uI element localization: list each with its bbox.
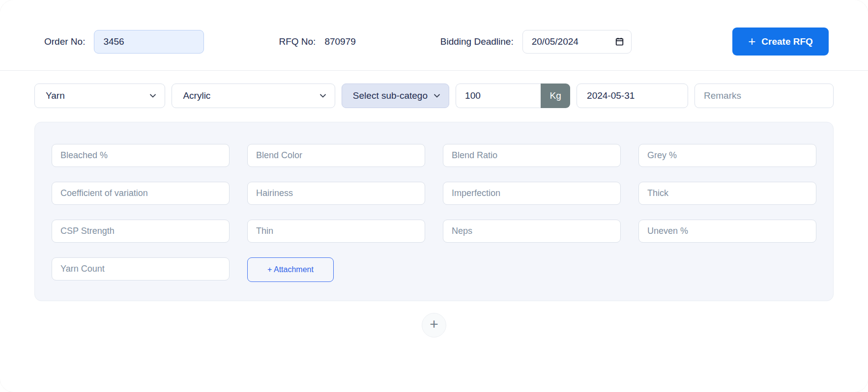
add-row-button[interactable]: +: [422, 313, 446, 337]
spec-input-grey[interactable]: [638, 144, 816, 167]
order-no-input[interactable]: [94, 30, 204, 54]
order-no-group: Order No:: [44, 30, 204, 54]
subcategory-select[interactable]: Select sub-catego: [342, 84, 449, 108]
rfq-no-group: RFQ No: 870979: [279, 36, 355, 47]
quantity-group: Kg: [456, 84, 570, 108]
header-row: Order No: RFQ No: 870979 Bidding Deadlin…: [0, 0, 868, 56]
calendar-icon: [615, 37, 624, 46]
item-date-value: 2024-05-31: [587, 90, 635, 101]
rfq-create-page: Order No: RFQ No: 870979 Bidding Deadlin…: [0, 0, 868, 392]
plus-icon: +: [430, 317, 438, 332]
item-date-input[interactable]: 2024-05-31: [577, 84, 688, 108]
spec-input-hairiness[interactable]: [247, 182, 425, 205]
product-select[interactable]: Acrylic: [172, 84, 335, 108]
bidding-deadline-value: 20/05/2024: [532, 36, 579, 47]
plus-icon: +: [748, 35, 755, 48]
chevron-down-icon: [149, 92, 157, 100]
spec-input-bleached[interactable]: [52, 144, 230, 167]
spec-input-neps[interactable]: [443, 220, 621, 243]
spec-input-csp-strength[interactable]: [52, 220, 230, 243]
spec-input-blend-ratio[interactable]: [443, 144, 621, 167]
spec-input-imperfection[interactable]: [443, 182, 621, 205]
create-rfq-button[interactable]: + Create RFQ: [732, 28, 829, 56]
add-row-wrap: +: [0, 313, 868, 337]
chevron-down-icon: [433, 92, 441, 100]
create-rfq-label: Create RFQ: [761, 36, 813, 47]
spec-input-thick[interactable]: [638, 182, 816, 205]
category-selected-value: Yarn: [46, 90, 65, 101]
spec-input-uneven[interactable]: [638, 220, 816, 243]
rfq-no-value: 870979: [324, 36, 355, 47]
attachment-button[interactable]: + Attachment: [247, 257, 334, 282]
spec-input-blend-color[interactable]: [247, 144, 425, 167]
spec-input-thin[interactable]: [247, 220, 425, 243]
remarks-input[interactable]: [694, 84, 834, 108]
bidding-deadline-label: Bidding Deadline:: [440, 36, 514, 47]
quantity-input[interactable]: [456, 84, 541, 108]
spec-input-coefficient-of-variation[interactable]: [52, 182, 230, 205]
unit-addon: Kg: [541, 84, 570, 108]
rfq-no-label: RFQ No:: [279, 36, 316, 47]
item-row: Yarn Acrylic Select sub-catego Kg 2024-0…: [0, 71, 868, 108]
chevron-down-icon: [319, 92, 327, 100]
bidding-deadline-group: Bidding Deadline: 20/05/2024: [440, 30, 632, 54]
bidding-deadline-input[interactable]: 20/05/2024: [522, 30, 632, 54]
subcategory-placeholder: Select sub-catego: [353, 90, 428, 101]
spec-card: + Attachment: [34, 122, 834, 301]
product-selected-value: Acrylic: [183, 90, 210, 101]
order-no-label: Order No:: [44, 36, 85, 47]
spec-input-yarn-count[interactable]: [52, 257, 230, 280]
spec-grid: + Attachment: [52, 144, 816, 282]
category-select[interactable]: Yarn: [34, 84, 165, 108]
